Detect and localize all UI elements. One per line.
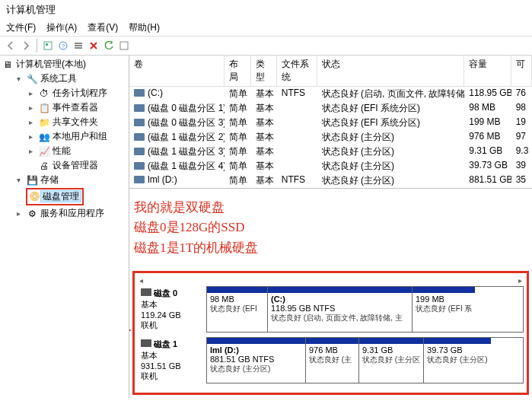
tree-disk-management[interactable]: 📀磁盘管理	[2, 187, 127, 206]
settings-icon[interactable]	[118, 40, 130, 52]
scroll-right-icon[interactable]: ▸	[518, 276, 522, 285]
volume-row[interactable]: (磁盘 0 磁盘分区 1)简单基本状态良好 (EFI 系统分区)98 MB98	[129, 101, 532, 116]
svg-rect-6	[75, 47, 82, 49]
expand-icon[interactable]: ▸	[26, 117, 36, 127]
volume-row[interactable]: (磁盘 1 磁盘分区 4)简单基本状态良好 (主分区)39.73 GB39	[129, 159, 532, 173]
menu-view[interactable]: 查看(V)	[88, 21, 118, 34]
menu-operate[interactable]: 操作(A)	[46, 21, 77, 34]
forward-icon[interactable]	[20, 40, 32, 52]
delete-icon[interactable]	[88, 40, 100, 52]
col-capacity: 容量	[464, 56, 511, 86]
svg-text:?: ?	[62, 43, 65, 49]
expand-icon[interactable]: ▸	[26, 146, 36, 156]
menubar: 文件(F) 操作(A) 查看(V) 帮助(H)	[0, 20, 532, 37]
expand-icon[interactable]: ▸	[26, 88, 36, 98]
disk-graphical-view: ◂▸ 磁盘 0基本119.24 GB联机98 MB状态良好 (EFI(C:)11…	[132, 271, 529, 395]
disk-info[interactable]: 磁盘 0基本119.24 GB联机	[138, 286, 206, 333]
volume-icon	[134, 133, 145, 141]
volume-icon	[134, 89, 145, 97]
help-icon[interactable]: ?	[57, 40, 69, 52]
tree-device-manager[interactable]: 🖨设备管理器	[2, 158, 127, 173]
refresh-icon[interactable]	[103, 40, 115, 52]
back-icon[interactable]	[5, 40, 17, 52]
col-fs: 文件系统	[277, 56, 317, 86]
expand-icon[interactable]: ▸	[14, 208, 24, 218]
scroll-left-icon[interactable]: ◂	[139, 276, 143, 285]
collapse-icon[interactable]: ▾	[14, 175, 24, 185]
partition[interactable]: lml (D:)881.51 GB NTFS状态良好 (主分区)	[207, 338, 306, 383]
tree-shared-folders[interactable]: ▸📁共享文件夹	[2, 115, 127, 129]
col-volume: 卷	[129, 56, 225, 86]
disk-row: 磁盘 1基本931.51 GB联机lml (D:)881.51 GB NTFS状…	[138, 337, 524, 383]
partition[interactable]: 976 MB状态良好 (主	[306, 338, 359, 383]
svg-rect-7	[120, 42, 128, 49]
volume-icon	[134, 176, 145, 183]
disk-info[interactable]: 磁盘 1基本931.51 GB联机	[138, 337, 206, 383]
window-title: 计算机管理	[0, 0, 532, 20]
volume-icon	[134, 104, 145, 112]
collapse-icon[interactable]: ▾	[14, 74, 24, 84]
disk-icon	[141, 339, 151, 347]
tree-panel: 🖥计算机管理(本地) ▾🔧系统工具 ▸⏱任务计划程序 ▸📋事件查看器 ▸📁共享文…	[0, 56, 129, 398]
svg-rect-4	[75, 43, 82, 44]
volume-row[interactable]: (C:)简单基本NTFS状态良好 (启动, 页面文件, 故障转储, 主分区)11…	[129, 87, 532, 101]
volume-row[interactable]: (磁盘 1 磁盘分区 3)简单基本状态良好 (主分区)9.31 GB9.3	[129, 145, 532, 159]
col-status: 状态	[317, 56, 464, 86]
svg-rect-5	[75, 45, 82, 46]
list-icon[interactable]	[72, 40, 84, 52]
col-available: 可	[511, 56, 532, 86]
volume-header[interactable]: 卷 布局 类型 文件系统 状态 容量 可	[129, 56, 532, 87]
tree-system-tools[interactable]: ▾🔧系统工具	[2, 72, 127, 86]
disk-row: 磁盘 0基本119.24 GB联机98 MB状态良好 (EFI(C:)118.9…	[138, 286, 524, 333]
tree-root[interactable]: 🖥计算机管理(本地)	[2, 57, 127, 72]
tree-services[interactable]: ▸⚙服务和应用程序	[2, 206, 127, 221]
partition[interactable]: (C:)118.95 GB NTFS状态良好 (启动, 页面文件, 故障转储, …	[268, 287, 413, 332]
partition[interactable]: 9.31 GB状态良好 (主分区	[359, 338, 424, 383]
expand-icon[interactable]: ▸	[26, 132, 36, 142]
partition[interactable]: 199 MB状态良好 (EFI 系	[413, 287, 475, 332]
volume-list: 卷 布局 类型 文件系统 状态 容量 可 (C:)简单基本NTFS状态良好 (启…	[129, 56, 532, 189]
properties-icon[interactable]	[42, 40, 54, 52]
annotation-main: 我的就是双硬盘 磁盘0是128G的SSD 磁盘1是1T的机械硬盘	[134, 198, 258, 258]
tree-task-scheduler[interactable]: ▸⏱任务计划程序	[2, 86, 127, 100]
partition[interactable]: 98 MB状态良好 (EFI	[207, 287, 268, 332]
toolbar: ?	[0, 37, 532, 56]
svg-rect-1	[46, 43, 48, 46]
toolbar-divider	[37, 39, 37, 53]
tree-event-viewer[interactable]: ▸📋事件查看器	[2, 100, 127, 115]
volume-icon	[134, 148, 145, 155]
volume-icon	[134, 119, 145, 126]
volume-row[interactable]: (磁盘 0 磁盘分区 3)简单基本状态良好 (EFI 系统分区)199 MB19	[129, 116, 532, 130]
volume-row[interactable]: (磁盘 1 磁盘分区 2)简单基本状态良好 (主分区)976 MB97	[129, 130, 532, 145]
expand-icon[interactable]: ▸	[26, 103, 36, 113]
partition[interactable]: 39.73 GB状态良好 (主分区)	[424, 338, 490, 383]
disk-icon	[141, 288, 151, 296]
tree-performance[interactable]: ▸📈性能	[2, 144, 127, 158]
tree-storage[interactable]: ▾💾存储	[2, 173, 127, 187]
menu-file[interactable]: 文件(F)	[6, 21, 36, 34]
col-type: 类型	[251, 56, 277, 86]
volume-icon	[134, 162, 145, 170]
col-layout: 布局	[225, 56, 250, 86]
tree-local-users[interactable]: ▸👥本地用户和组	[2, 129, 127, 144]
volume-row[interactable]: lml (D:)简单基本NTFS状态良好 (主分区)881.51 GB35	[129, 173, 532, 188]
menu-help[interactable]: 帮助(H)	[129, 21, 160, 34]
